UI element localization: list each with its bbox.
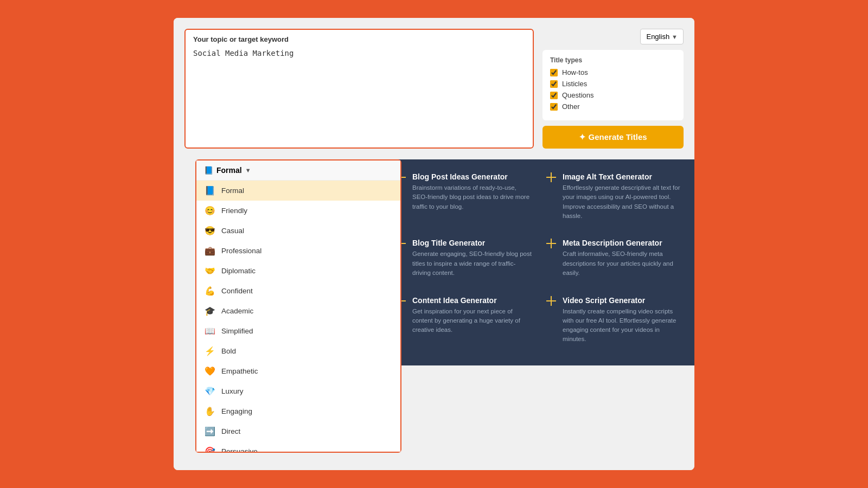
features-column: Blog Post Ideas Generator Brainstorm var… <box>385 159 694 365</box>
tone-label-luxury: Luxury <box>221 387 244 395</box>
feature-content-idea-content: Content Idea Generator Get inspiration f… <box>412 296 533 335</box>
diplomatic-icon: 🤝 <box>204 266 216 276</box>
feature-alt-text-desc: Effortlessly generate descriptive alt te… <box>563 183 684 221</box>
feature-alt-text-content: Image Alt Text Generator Effortlessly ge… <box>563 172 684 221</box>
tone-area: 📘 Formal ▼ 📘 Formal 😊 Friendly 😎 <box>195 159 401 453</box>
feature-video-script: Video Script Generator Instantly create … <box>546 296 684 352</box>
other-checkbox[interactable] <box>550 103 558 111</box>
tone-item-friendly[interactable]: 😊 Friendly <box>196 201 400 221</box>
feature-alt-text: Image Alt Text Generator Effortlessly ge… <box>546 172 684 229</box>
luxury-icon: 💎 <box>204 386 216 396</box>
chevron-down-icon: ▼ <box>245 167 251 174</box>
language-value: English <box>646 33 669 41</box>
persuasive-icon: 🎯 <box>204 446 216 452</box>
language-row: English ▼ <box>542 29 684 44</box>
formal-icon: 📘 <box>204 185 216 196</box>
tone-dropdown: 📘 Formal 😊 Friendly 😎 Casual 💼 Professio… <box>196 181 400 452</box>
listicles-checkbox[interactable] <box>550 80 558 88</box>
tone-label-formal: Formal <box>221 187 244 195</box>
howtos-checkbox[interactable] <box>550 69 558 76</box>
tone-trigger[interactable]: 📘 Formal ▼ <box>196 160 400 181</box>
generate-button[interactable]: ✦ Generate Titles <box>542 126 684 149</box>
bold-icon: ⚡ <box>204 346 216 356</box>
tone-trigger-icon: 📘 <box>204 166 213 175</box>
tone-label-diplomatic: Diplomatic <box>221 267 256 275</box>
tone-label-confident: Confident <box>221 287 253 295</box>
feature-video-script-desc: Instantly create compelling video script… <box>563 307 684 344</box>
checkbox-listicles[interactable]: Listicles <box>550 80 676 88</box>
tone-label-empathetic: Empathetic <box>221 367 258 375</box>
feature-blog-title-desc: Generate engaging, SEO-friendly blog pos… <box>412 249 533 278</box>
feature-blog-title-title: Blog Title Generator <box>412 239 533 247</box>
top-section: Your topic or target keyword Social Medi… <box>174 18 694 159</box>
plus-icon-6 <box>546 296 556 306</box>
tone-item-direct[interactable]: ➡️ Direct <box>196 421 400 441</box>
tone-item-academic[interactable]: 🎓 Academic <box>196 301 400 321</box>
checkbox-howtos[interactable]: How-tos <box>550 68 676 76</box>
tone-label-simplified: Simplified <box>221 327 253 335</box>
feature-content-idea-title: Content Idea Generator <box>412 296 533 305</box>
plus-icon-2 <box>546 172 556 182</box>
tone-label-friendly: Friendly <box>221 207 247 215</box>
empathetic-icon: 🧡 <box>204 366 216 376</box>
questions-checkbox[interactable] <box>550 92 558 99</box>
feature-content-idea-desc: Get inspiration for your next piece of c… <box>412 307 533 335</box>
feature-meta-desc: Meta Description Generator Craft informa… <box>546 239 684 286</box>
tone-label-casual: Casual <box>221 227 244 235</box>
questions-label: Questions <box>562 91 594 99</box>
feature-blog-ideas-desc: Brainstorm variations of ready-to-use, S… <box>412 183 533 211</box>
checkbox-questions[interactable]: Questions <box>550 91 676 99</box>
listicles-label: Listicles <box>562 80 587 88</box>
academic-icon: 🎓 <box>204 306 216 316</box>
tone-item-confident[interactable]: 💪 Confident <box>196 281 400 301</box>
tone-trigger-label: Formal <box>216 166 242 175</box>
simplified-icon: 📖 <box>204 326 216 336</box>
professional-icon: 💼 <box>204 246 216 256</box>
bottom-wrapper: 📘 Formal ▼ 📘 Formal 😊 Friendly 😎 <box>174 159 694 470</box>
friendly-icon: 😊 <box>204 206 216 216</box>
title-types-heading: Title types <box>550 56 676 64</box>
tone-label-academic: Academic <box>221 307 253 315</box>
confident-icon: 💪 <box>204 286 216 296</box>
feature-video-script-content: Video Script Generator Instantly create … <box>563 296 684 344</box>
tone-label-bold: Bold <box>221 347 236 355</box>
feature-blog-title-content: Blog Title Generator Generate engaging, … <box>412 239 533 278</box>
feature-video-script-title: Video Script Generator <box>563 296 684 305</box>
feature-blog-ideas-text: Blog Post Ideas Generator Brainstorm var… <box>412 172 533 211</box>
feature-meta-desc-title: Meta Description Generator <box>563 239 684 247</box>
casual-icon: 😎 <box>204 226 216 236</box>
chevron-down-icon: ▼ <box>672 34 678 40</box>
tone-item-bold[interactable]: ⚡ Bold <box>196 341 400 361</box>
feature-blog-ideas: Blog Post Ideas Generator Brainstorm var… <box>396 172 533 229</box>
tone-item-engaging[interactable]: ✋ Engaging <box>196 401 400 421</box>
tone-item-professional[interactable]: 💼 Professional <box>196 241 400 261</box>
keyword-box: Your topic or target keyword Social Medi… <box>184 29 534 149</box>
tone-label-professional: Professional <box>221 247 261 255</box>
title-types-box: Title types How-tos Listicles Questions … <box>542 50 684 120</box>
tone-label-direct: Direct <box>221 427 240 435</box>
right-panel: English ▼ Title types How-tos Listicles … <box>542 29 684 149</box>
tone-label-persuasive: Persuasive <box>221 447 258 452</box>
engaging-icon: ✋ <box>204 406 216 416</box>
keyword-label: Your topic or target keyword <box>186 30 533 47</box>
tone-item-formal[interactable]: 📘 Formal <box>196 181 400 201</box>
feature-content-idea: Content Idea Generator Get inspiration f… <box>396 296 533 352</box>
keyword-input[interactable]: Social Media Marketing <box>186 47 533 106</box>
checkbox-other[interactable]: Other <box>550 102 676 111</box>
tone-item-empathetic[interactable]: 🧡 Empathetic <box>196 361 400 381</box>
tone-item-luxury[interactable]: 💎 Luxury <box>196 381 400 401</box>
tone-item-diplomatic[interactable]: 🤝 Diplomatic <box>196 261 400 281</box>
tone-item-persuasive[interactable]: 🎯 Persuasive <box>196 441 400 452</box>
tone-item-simplified[interactable]: 📖 Simplified <box>196 321 400 341</box>
other-label: Other <box>562 102 580 111</box>
plus-icon-4 <box>546 239 556 248</box>
feature-meta-desc-desc: Craft informative, SEO-friendly meta des… <box>563 249 684 278</box>
tone-item-casual[interactable]: 😎 Casual <box>196 221 400 241</box>
tone-label-engaging: Engaging <box>221 407 252 415</box>
feature-blog-ideas-title: Blog Post Ideas Generator <box>412 172 533 181</box>
direct-icon: ➡️ <box>204 426 216 436</box>
language-select[interactable]: English ▼ <box>640 29 684 44</box>
feature-alt-text-title: Image Alt Text Generator <box>563 172 684 181</box>
howtos-label: How-tos <box>562 68 588 76</box>
feature-meta-desc-content: Meta Description Generator Craft informa… <box>563 239 684 278</box>
